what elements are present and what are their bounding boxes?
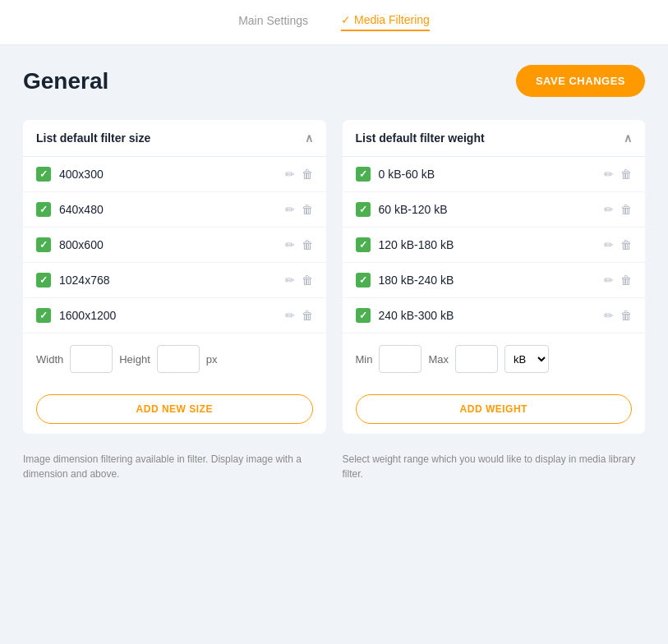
add-size-btn-row: ADD NEW SIZE: [23, 384, 326, 434]
weight-unit-select[interactable]: kB MB: [504, 345, 549, 373]
right-panel-header: List default filter weight ∧: [343, 120, 646, 157]
list-item: 120 kB-180 kB ✏ 🗑: [343, 228, 646, 263]
item-actions: ✏ 🗑: [604, 309, 632, 322]
list-item: 800x600 ✏ 🗑: [23, 228, 326, 263]
trash-icon-1024x768[interactable]: 🗑: [302, 274, 313, 287]
left-panel-collapse-icon[interactable]: ∧: [305, 131, 313, 145]
size-list: 400x300 ✏ 🗑 640x480 ✏ 🗑: [23, 157, 326, 333]
checkbox-60-120[interactable]: [356, 202, 371, 217]
item-actions: ✏ 🗑: [285, 274, 313, 287]
helper-text-row: Image dimension filtering available in f…: [23, 444, 645, 481]
checkbox-640x480[interactable]: [36, 202, 51, 217]
add-weight-btn-row: ADD WEIGHT: [343, 384, 646, 434]
trash-icon-60-120[interactable]: 🗑: [620, 203, 632, 216]
weight-label-60-120: 60 kB-120 kB: [379, 203, 448, 216]
item-actions: ✏ 🗑: [604, 168, 632, 181]
top-nav: Main Settings ✓Media Filtering: [0, 0, 668, 45]
item-actions: ✏ 🗑: [604, 274, 632, 287]
edit-icon-180-240[interactable]: ✏: [604, 274, 614, 287]
checkbox-800x600[interactable]: [36, 237, 51, 252]
right-helper-text: Select weight range which you would like…: [343, 452, 646, 481]
size-label-1600x1200: 1600x1200: [59, 309, 116, 322]
item-left: 1024x768: [36, 273, 110, 288]
edit-icon-1600x1200[interactable]: ✏: [285, 309, 295, 322]
item-left: 1600x1200: [36, 308, 116, 323]
item-left: 640x480: [36, 202, 104, 217]
checkbox-0-60[interactable]: [356, 167, 371, 182]
list-item: 240 kB-300 kB ✏ 🗑: [343, 298, 646, 333]
size-label-800x600: 800x600: [59, 238, 104, 251]
list-item: 1600x1200 ✏ 🗑: [23, 298, 326, 333]
weight-list: 0 kB-60 kB ✏ 🗑 60 kB-120 kB ✏ 🗑: [343, 157, 646, 333]
weight-label-0-60: 0 kB-60 kB: [379, 168, 435, 181]
add-new-size-button[interactable]: ADD NEW SIZE: [36, 394, 313, 424]
edit-icon-1024x768[interactable]: ✏: [285, 274, 295, 287]
checkbox-180-240[interactable]: [356, 273, 371, 288]
nav-checkmark-icon: ✓: [341, 13, 351, 26]
item-left: 400x300: [36, 167, 104, 182]
trash-icon-400x300[interactable]: 🗑: [302, 168, 313, 181]
item-left: 180 kB-240 kB: [356, 273, 454, 288]
columns: List default filter size ∧ 400x300 ✏ 🗑: [23, 120, 645, 434]
list-item: 640x480 ✏ 🗑: [23, 192, 326, 228]
width-label: Width: [36, 353, 63, 366]
item-left: 800x600: [36, 237, 104, 252]
right-panel-title: List default filter weight: [356, 131, 485, 145]
checkbox-400x300[interactable]: [36, 167, 51, 182]
item-actions: ✏ 🗑: [285, 309, 313, 322]
main-content: General SAVE CHANGES List default filter…: [0, 45, 668, 501]
size-label-400x300: 400x300: [59, 168, 104, 181]
width-input[interactable]: [70, 345, 113, 373]
nav-media-filtering[interactable]: ✓Media Filtering: [341, 13, 430, 31]
size-input-row: Width Height px: [23, 333, 326, 384]
checkbox-1600x1200[interactable]: [36, 308, 51, 323]
edit-icon-120-180[interactable]: ✏: [604, 238, 614, 251]
left-panel-title: List default filter size: [36, 131, 150, 145]
edit-icon-0-60[interactable]: ✏: [604, 168, 614, 181]
add-weight-button[interactable]: ADD WEIGHT: [356, 394, 633, 424]
item-actions: ✏ 🗑: [285, 238, 313, 251]
checkbox-120-180[interactable]: [356, 237, 371, 252]
size-label-1024x768: 1024x768: [59, 274, 110, 287]
item-left: 240 kB-300 kB: [356, 308, 454, 323]
save-changes-button[interactable]: SAVE CHANGES: [516, 65, 645, 97]
checkbox-1024x768[interactable]: [36, 273, 51, 288]
item-left: 60 kB-120 kB: [356, 202, 448, 217]
edit-icon-240-300[interactable]: ✏: [604, 309, 614, 322]
max-input[interactable]: [455, 345, 498, 373]
size-label-640x480: 640x480: [59, 203, 104, 216]
trash-icon-800x600[interactable]: 🗑: [302, 238, 313, 251]
edit-icon-800x600[interactable]: ✏: [285, 238, 295, 251]
right-panel: List default filter weight ∧ 0 kB-60 kB …: [343, 120, 646, 434]
trash-icon-640x480[interactable]: 🗑: [302, 203, 313, 216]
max-label: Max: [428, 353, 449, 366]
left-panel-header: List default filter size ∧: [23, 120, 326, 157]
edit-icon-400x300[interactable]: ✏: [285, 168, 295, 181]
px-unit-label: px: [206, 353, 218, 366]
nav-main-settings[interactable]: Main Settings: [238, 14, 308, 30]
trash-icon-120-180[interactable]: 🗑: [620, 238, 632, 251]
item-actions: ✏ 🗑: [604, 203, 632, 216]
list-item: 1024x768 ✏ 🗑: [23, 263, 326, 298]
weight-input-row: Min Max kB MB: [343, 333, 646, 384]
height-label: Height: [119, 353, 150, 366]
list-item: 400x300 ✏ 🗑: [23, 157, 326, 192]
weight-label-180-240: 180 kB-240 kB: [379, 274, 454, 287]
edit-icon-60-120[interactable]: ✏: [604, 203, 614, 216]
page-title: General: [23, 68, 108, 94]
list-item: 60 kB-120 kB ✏ 🗑: [343, 192, 646, 228]
header-row: General SAVE CHANGES: [23, 65, 645, 97]
trash-icon-0-60[interactable]: 🗑: [620, 168, 632, 181]
height-input[interactable]: [157, 345, 200, 373]
right-panel-collapse-icon[interactable]: ∧: [624, 131, 632, 145]
checkbox-240-300[interactable]: [356, 308, 371, 323]
trash-icon-180-240[interactable]: 🗑: [620, 274, 632, 287]
trash-icon-1600x1200[interactable]: 🗑: [302, 309, 313, 322]
trash-icon-240-300[interactable]: 🗑: [620, 309, 632, 322]
left-panel: List default filter size ∧ 400x300 ✏ 🗑: [23, 120, 326, 434]
weight-label-120-180: 120 kB-180 kB: [379, 238, 454, 251]
min-input[interactable]: [379, 345, 422, 373]
min-label: Min: [356, 353, 373, 366]
edit-icon-640x480[interactable]: ✏: [285, 203, 295, 216]
item-actions: ✏ 🗑: [285, 168, 313, 181]
